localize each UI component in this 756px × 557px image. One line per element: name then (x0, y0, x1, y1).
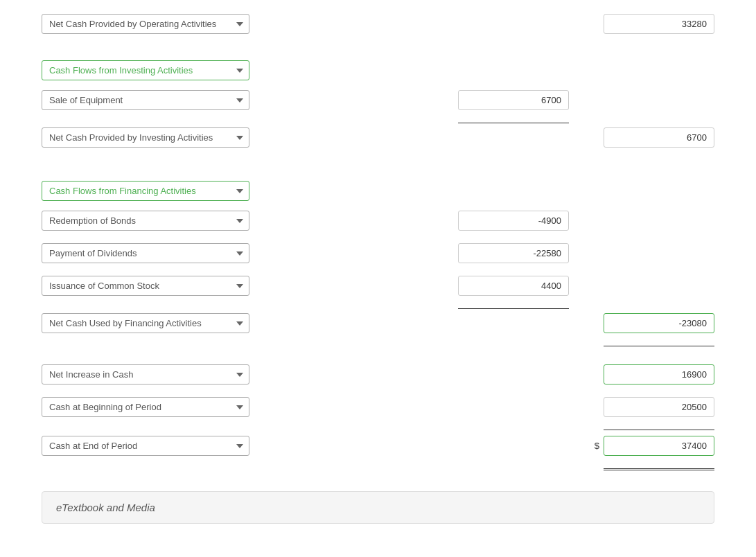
net-increase-in-cash-select[interactable]: Net Increase in Cash (42, 364, 249, 384)
sale-of-equipment-select[interactable]: Sale of Equipment (42, 90, 249, 110)
etextbook-bar: eTextbook and Media (42, 491, 714, 524)
redemption-of-bonds-input[interactable] (458, 211, 569, 231)
net-cash-financing-select[interactable]: Net Cash Used by Financing Activities (42, 313, 249, 333)
net-cash-financing-input[interactable] (604, 313, 714, 333)
net-increase-in-cash-input[interactable] (604, 364, 714, 384)
net-cash-operating-input[interactable] (604, 14, 714, 34)
cash-flows-investing-select[interactable]: Cash Flows from Investing Activities (42, 60, 249, 80)
cash-end-input[interactable] (604, 436, 714, 456)
cash-beginning-input[interactable] (604, 397, 714, 417)
redemption-of-bonds-select[interactable]: Redemption of Bonds (42, 211, 249, 231)
cash-flows-financing-select[interactable]: Cash Flows from Financing Activities (42, 181, 249, 201)
net-cash-investing-input[interactable] (604, 127, 714, 148)
dollar-sign: $ (595, 441, 599, 451)
net-cash-investing-select[interactable]: Net Cash Provided by Investing Activitie… (42, 127, 249, 148)
payment-of-dividends-input[interactable] (458, 243, 569, 263)
cash-beginning-select[interactable]: Cash at Beginning of Period (42, 397, 249, 417)
sale-of-equipment-input[interactable] (458, 90, 569, 110)
payment-of-dividends-select[interactable]: Payment of Dividends (42, 243, 249, 263)
etextbook-label: eTextbook and Media (56, 502, 155, 513)
net-cash-operating-select[interactable]: Net Cash Provided by Operating Activitie… (42, 14, 249, 34)
issuance-of-common-stock-select[interactable]: Issuance of Common Stock (42, 276, 249, 296)
issuance-of-common-stock-input[interactable] (458, 276, 569, 296)
cash-end-select[interactable]: Cash at End of Period (42, 436, 249, 456)
